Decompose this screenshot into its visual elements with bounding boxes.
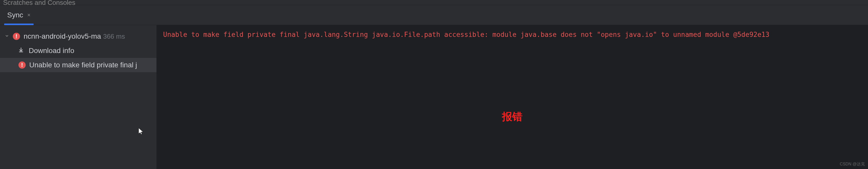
tree-error-item[interactable]: ! Unable to make field private final j [0,58,156,72]
tree-download[interactable]: Download info [0,43,156,58]
tab-label: Sync [7,11,23,19]
tab-sync[interactable]: Sync × [0,5,38,25]
chevron-down-icon[interactable] [5,33,11,40]
top-truncated-bar: Scratches and Consoles [0,0,868,5]
cursor-icon [138,128,144,137]
tab-bar: Sync × [0,5,868,25]
tree-error-label: Unable to make field private final j [29,61,137,69]
download-icon [18,46,25,55]
close-icon[interactable]: × [27,12,31,19]
tree-root[interactable]: ! ncnn-android-yolov5-ma 366 ms [0,29,156,43]
time-badge: 366 ms [103,33,125,40]
sidebar: ! ncnn-android-yolov5-ma 366 ms Download… [0,25,156,169]
content-area: Unable to make field private final java.… [156,25,868,169]
annotation-label: 报错 [502,110,523,124]
watermark: CSDN @达克 [840,162,865,167]
error-icon: ! [13,33,20,40]
tree-download-label: Download info [29,46,74,55]
error-message: Unable to make field private final java.… [163,31,861,38]
tree-root-label: ncnn-android-yolov5-ma [24,32,101,40]
main-area: ! ncnn-android-yolov5-ma 366 ms Download… [0,25,868,169]
error-icon: ! [19,62,26,69]
top-label: Scratches and Consoles [3,2,75,3]
